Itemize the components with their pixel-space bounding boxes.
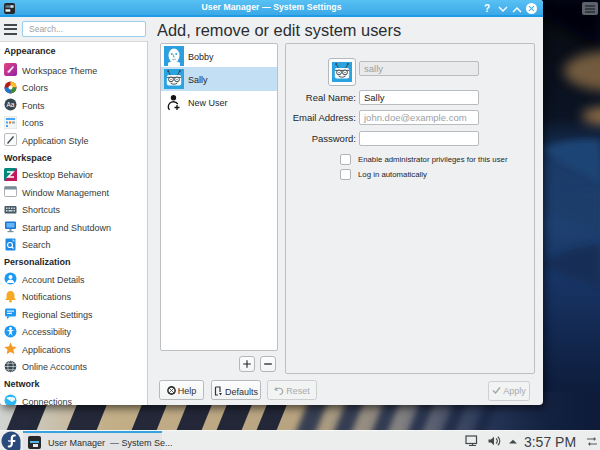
svg-text:Aa: Aa xyxy=(7,101,15,108)
